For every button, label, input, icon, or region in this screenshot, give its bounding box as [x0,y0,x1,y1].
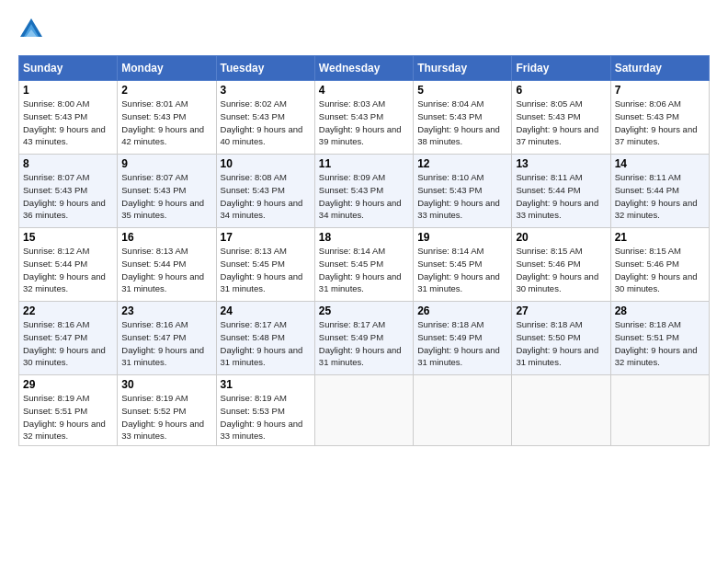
day-number: 21 [615,231,705,244]
day-cell: 29 Sunrise: 8:19 AMSunset: 5:51 PMDaylig… [19,375,118,446]
day-cell [414,375,512,446]
day-cell: 4 Sunrise: 8:03 AMSunset: 5:43 PMDayligh… [314,81,413,155]
day-number: 3 [221,84,311,97]
day-info: Sunrise: 8:07 AMSunset: 5:43 PMDaylight:… [121,172,204,220]
day-number: 12 [417,157,507,170]
day-number: 22 [23,304,113,317]
day-number: 26 [417,304,507,317]
day-number: 25 [319,304,409,317]
day-cell: 7 Sunrise: 8:06 AMSunset: 5:43 PMDayligh… [610,81,709,155]
day-cell: 9 Sunrise: 8:07 AMSunset: 5:43 PMDayligh… [118,155,216,228]
day-cell: 31 Sunrise: 8:19 AMSunset: 5:53 PMDaylig… [216,375,314,446]
day-number: 13 [516,157,606,170]
day-info: Sunrise: 8:02 AMSunset: 5:43 PMDaylight:… [221,98,303,146]
calendar-table: SundayMondayTuesdayWednesdayThursdayFrid… [18,55,710,446]
col-header-saturday: Saturday [610,56,709,81]
header-row: SundayMondayTuesdayWednesdayThursdayFrid… [19,56,710,81]
day-number: 4 [319,84,409,97]
day-number: 17 [221,231,311,244]
day-cell: 19 Sunrise: 8:14 AMSunset: 5:45 PMDaylig… [414,228,512,302]
day-cell: 16 Sunrise: 8:13 AMSunset: 5:44 PMDaylig… [118,228,216,302]
logo [18,17,48,42]
day-info: Sunrise: 8:08 AMSunset: 5:43 PMDaylight:… [221,172,303,220]
week-row-2: 8 Sunrise: 8:07 AMSunset: 5:43 PMDayligh… [19,155,710,228]
day-info: Sunrise: 8:11 AMSunset: 5:44 PMDaylight:… [615,172,698,220]
page: SundayMondayTuesdayWednesdayThursdayFrid… [0,0,728,455]
week-row-5: 29 Sunrise: 8:19 AMSunset: 5:51 PMDaylig… [19,375,710,446]
day-cell: 13 Sunrise: 8:11 AMSunset: 5:44 PMDaylig… [512,155,610,228]
day-info: Sunrise: 8:09 AMSunset: 5:43 PMDaylight:… [319,172,402,220]
day-cell: 18 Sunrise: 8:14 AMSunset: 5:45 PMDaylig… [314,228,413,302]
day-cell: 27 Sunrise: 8:18 AMSunset: 5:50 PMDaylig… [512,302,610,375]
day-cell: 25 Sunrise: 8:17 AMSunset: 5:49 PMDaylig… [314,302,413,375]
day-cell: 24 Sunrise: 8:17 AMSunset: 5:48 PMDaylig… [216,302,314,375]
day-cell: 17 Sunrise: 8:13 AMSunset: 5:45 PMDaylig… [216,228,314,302]
col-header-wednesday: Wednesday [314,56,413,81]
day-number: 30 [121,378,211,391]
day-info: Sunrise: 8:05 AMSunset: 5:43 PMDaylight:… [516,98,598,146]
day-number: 9 [121,157,211,170]
day-number: 28 [615,304,705,317]
day-number: 2 [121,84,211,97]
day-cell: 8 Sunrise: 8:07 AMSunset: 5:43 PMDayligh… [19,155,118,228]
day-cell: 10 Sunrise: 8:08 AMSunset: 5:43 PMDaylig… [216,155,314,228]
day-number: 27 [516,304,606,317]
day-number: 23 [121,304,211,317]
day-info: Sunrise: 8:07 AMSunset: 5:43 PMDaylight:… [23,172,106,220]
day-number: 29 [23,378,113,391]
col-header-sunday: Sunday [19,56,118,81]
day-info: Sunrise: 8:19 AMSunset: 5:53 PMDaylight:… [221,393,303,441]
day-info: Sunrise: 8:01 AMSunset: 5:43 PMDaylight:… [121,98,204,146]
day-cell: 1 Sunrise: 8:00 AMSunset: 5:43 PMDayligh… [19,81,118,155]
day-info: Sunrise: 8:15 AMSunset: 5:46 PMDaylight:… [615,246,698,293]
day-cell: 23 Sunrise: 8:16 AMSunset: 5:47 PMDaylig… [118,302,216,375]
day-cell: 22 Sunrise: 8:16 AMSunset: 5:47 PMDaylig… [19,302,118,375]
day-cell: 15 Sunrise: 8:12 AMSunset: 5:44 PMDaylig… [19,228,118,302]
day-cell: 5 Sunrise: 8:04 AMSunset: 5:43 PMDayligh… [414,81,512,155]
day-cell: 12 Sunrise: 8:10 AMSunset: 5:43 PMDaylig… [414,155,512,228]
day-number: 7 [615,84,705,97]
day-number: 20 [516,231,606,244]
day-info: Sunrise: 8:18 AMSunset: 5:51 PMDaylight:… [615,319,698,367]
day-cell: 28 Sunrise: 8:18 AMSunset: 5:51 PMDaylig… [610,302,709,375]
day-number: 18 [319,231,409,244]
day-number: 5 [417,84,507,97]
day-info: Sunrise: 8:10 AMSunset: 5:43 PMDaylight:… [417,172,500,220]
day-info: Sunrise: 8:19 AMSunset: 5:51 PMDaylight:… [23,393,106,441]
day-info: Sunrise: 8:00 AMSunset: 5:43 PMDaylight:… [23,98,106,146]
col-header-friday: Friday [512,56,610,81]
day-number: 19 [417,231,507,244]
day-info: Sunrise: 8:03 AMSunset: 5:43 PMDaylight:… [319,98,402,146]
day-number: 10 [221,157,311,170]
day-cell [314,375,413,446]
week-row-3: 15 Sunrise: 8:12 AMSunset: 5:44 PMDaylig… [19,228,710,302]
day-info: Sunrise: 8:11 AMSunset: 5:44 PMDaylight:… [516,172,598,220]
header [18,17,710,42]
day-cell: 3 Sunrise: 8:02 AMSunset: 5:43 PMDayligh… [216,81,314,155]
day-number: 16 [121,231,211,244]
day-info: Sunrise: 8:16 AMSunset: 5:47 PMDaylight:… [23,319,106,367]
day-number: 14 [615,157,705,170]
day-info: Sunrise: 8:17 AMSunset: 5:49 PMDaylight:… [319,319,402,367]
day-info: Sunrise: 8:06 AMSunset: 5:43 PMDaylight:… [615,98,698,146]
col-header-tuesday: Tuesday [216,56,314,81]
day-number: 1 [23,84,113,97]
day-info: Sunrise: 8:19 AMSunset: 5:52 PMDaylight:… [121,393,204,441]
day-cell: 6 Sunrise: 8:05 AMSunset: 5:43 PMDayligh… [512,81,610,155]
day-info: Sunrise: 8:18 AMSunset: 5:49 PMDaylight:… [417,319,500,367]
day-number: 24 [221,304,311,317]
day-cell: 14 Sunrise: 8:11 AMSunset: 5:44 PMDaylig… [610,155,709,228]
day-info: Sunrise: 8:15 AMSunset: 5:46 PMDaylight:… [516,246,598,293]
week-row-1: 1 Sunrise: 8:00 AMSunset: 5:43 PMDayligh… [19,81,710,155]
day-cell: 30 Sunrise: 8:19 AMSunset: 5:52 PMDaylig… [118,375,216,446]
day-info: Sunrise: 8:04 AMSunset: 5:43 PMDaylight:… [417,98,500,146]
day-cell: 11 Sunrise: 8:09 AMSunset: 5:43 PMDaylig… [314,155,413,228]
col-header-thursday: Thursday [414,56,512,81]
day-number: 6 [516,84,606,97]
day-cell [512,375,610,446]
day-cell: 20 Sunrise: 8:15 AMSunset: 5:46 PMDaylig… [512,228,610,302]
day-info: Sunrise: 8:13 AMSunset: 5:44 PMDaylight:… [121,246,204,293]
day-info: Sunrise: 8:17 AMSunset: 5:48 PMDaylight:… [221,319,303,367]
day-number: 11 [319,157,409,170]
logo-icon [18,17,44,42]
